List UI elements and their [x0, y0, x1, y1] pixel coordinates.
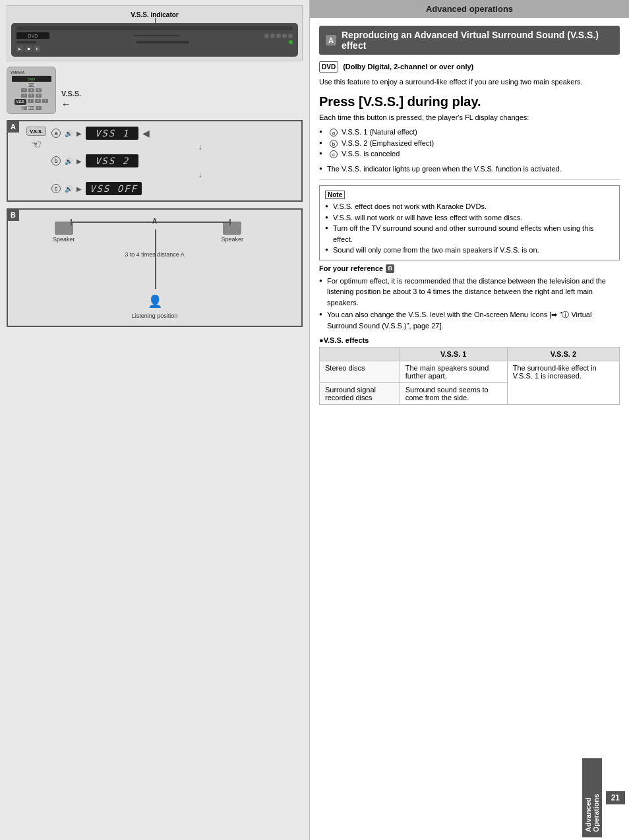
- arrow-indicator: ←: [61, 99, 71, 109]
- arrow-down-2: ↓: [104, 170, 296, 179]
- display-row-b: b 🔊 ▶ VSS 2: [51, 154, 296, 167]
- arrow-c: ▶: [76, 185, 82, 193]
- remote-btn-9[interactable]: 9: [42, 99, 48, 103]
- device-display: DVD: [16, 32, 49, 39]
- table-cell-surround-vss1: Surround sound seems to come from the si…: [400, 383, 507, 405]
- side-tab: Advanced Operations: [582, 758, 602, 837]
- section-title-box: A Reproducing an Advanced Virtual Surrou…: [319, 26, 620, 55]
- speaker-box-right: [223, 222, 241, 235]
- for-your-ref: For your reference B: [319, 264, 620, 273]
- vss-hand-area: V.S.S. ☞: [26, 127, 46, 152]
- remote-area: YAMAHA DVD REPEAT 1 2 3 4 5 6 V.S.S. 7 8…: [7, 67, 303, 114]
- right-panel: Advanced operations A Reproducing an Adv…: [310, 0, 629, 840]
- section-title-text: Reproducing an Advanced Virtual Surround…: [342, 30, 613, 51]
- note-box: Note V.S.S. effect does not work with Ka…: [319, 185, 620, 260]
- table-cell-surround-label: Surround signal recorded discs: [320, 383, 400, 405]
- table-header-vss2: V.S.S. 2: [507, 347, 619, 361]
- note-list: V.S.S. effect does not work with Karaoke…: [325, 201, 614, 256]
- dvd-line: DVD (Dolby Digital, 2-channel or over on…: [319, 61, 620, 73]
- hand-icon: ☞: [31, 137, 42, 152]
- distance-label: 3 to 4 times distance A: [125, 251, 185, 258]
- bracket-right: [229, 219, 231, 225]
- table-cell-stereo-vss1: The main speakers sound further apart.: [400, 361, 507, 383]
- section-title-badge: A: [326, 35, 336, 45]
- circle-label-c: c: [51, 184, 61, 193]
- listening-position-label: Listening position: [132, 313, 178, 319]
- remote-btn-6[interactable]: 6: [36, 94, 42, 98]
- table-cell-vss2-combined: The surround-like effect in V.S.S. 1 is …: [507, 361, 619, 405]
- speaker-icon-c: 🔊: [65, 185, 73, 193]
- circle-c: c: [330, 150, 338, 158]
- section-b-box: B Speaker Speaker A 3 to 4 times distanc…: [7, 208, 303, 327]
- note-label: Note: [325, 191, 345, 199]
- display-row-a: a 🔊 ▶ VSS 1 ◀: [51, 127, 296, 140]
- effects-table: V.S.S. 1 V.S.S. 2 Stereo discs The main …: [319, 347, 620, 405]
- fl-display-a: VSS 1: [86, 127, 138, 140]
- speaker-label-left: Speaker: [53, 236, 75, 243]
- remote-btn-4[interactable]: 4: [21, 94, 27, 98]
- ref-bullet-2: You can also change the V.S.S. level wit…: [319, 309, 620, 331]
- vertical-line: [155, 229, 156, 289]
- table-header-col1: [320, 347, 400, 361]
- bracket-left: [71, 219, 72, 225]
- dvd-badge: DVD: [319, 61, 338, 73]
- remote-btn-3[interactable]: 3: [36, 88, 42, 92]
- remote-btn-0[interactable]: 0: [36, 106, 42, 110]
- device-illustration: V.S.S. indicator DVD ▶ ⏹ ⏸: [7, 5, 303, 61]
- note-2: V.S.S. will not work or will have less e…: [325, 212, 614, 224]
- vss-effects-title: ●V.S.S. effects: [319, 336, 620, 344]
- circle-label-b: b: [51, 156, 61, 165]
- remote-btn-5[interactable]: 5: [28, 94, 34, 98]
- section-a-badge: A: [7, 121, 19, 133]
- table-cell-stereo-label: Stereo discs: [320, 361, 400, 383]
- vss-button-box[interactable]: V.S.S.: [26, 127, 46, 136]
- remote-btn-7[interactable]: 7: [28, 99, 34, 103]
- remote-brand: YAMAHA: [11, 71, 24, 75]
- note-4: Sound will only come from the two main s…: [325, 245, 614, 256]
- circle-a: a: [330, 129, 338, 136]
- remote-btn-1[interactable]: 1: [21, 88, 27, 92]
- remote-btn-8[interactable]: 8: [35, 99, 41, 103]
- green-bullet-1: The V.S.S. indicator lights up green whe…: [319, 164, 620, 175]
- table-header-vss1: V.S.S. 1: [400, 347, 507, 361]
- speaker-diagram: Speaker Speaker A 3 to 4 times distance …: [13, 215, 296, 320]
- divider-1: [319, 179, 620, 180]
- speaker-label-right: Speaker: [221, 236, 243, 243]
- press-title: Press [V.S.S.] during play.: [319, 94, 620, 109]
- fl-display-b: VSS 2: [86, 154, 138, 167]
- speaker-icon-b: 🔊: [65, 158, 73, 165]
- speaker-icon-a: 🔊: [65, 130, 73, 137]
- remote-btn-cancel[interactable]: CANCEL: [28, 106, 34, 110]
- speaker-right: Speaker: [221, 222, 243, 243]
- display-row-c: c 🔊 ▶ VSS OFF: [51, 182, 296, 195]
- bracket-a-label: A: [152, 218, 157, 225]
- right-content: A Reproducing an Advanced Virtual Surrou…: [310, 18, 629, 756]
- remote-btn-2[interactable]: 2: [28, 88, 34, 92]
- dvd-desc: Use this feature to enjoy a surround-lik…: [319, 76, 620, 88]
- note-1: V.S.S. effect does not work with Karaoke…: [325, 201, 614, 212]
- remote-control: YAMAHA DVD REPEAT 1 2 3 4 5 6 V.S.S. 7 8…: [7, 67, 56, 114]
- right-arrow-a: ◀: [142, 128, 150, 138]
- arrow-b: ▶: [76, 158, 82, 165]
- section-a-inner: V.S.S. ☞ a 🔊 ▶ VSS 1 ◀ ↓ b 🔊: [13, 127, 296, 195]
- ref-bullet-1: For optimum effect, it is recommended th…: [319, 276, 620, 309]
- device-unit: DVD ▶ ⏹ ⏸: [11, 23, 298, 57]
- vss-button[interactable]: V.S.S.: [15, 99, 26, 105]
- press-desc: Each time this button is pressed, the pl…: [319, 112, 620, 123]
- section-a-box: A V.S.S. ☞ a 🔊 ▶ VSS 1 ◀ ↓: [7, 120, 303, 202]
- fl-display-c: VSS OFF: [86, 182, 142, 195]
- page-number: 21: [606, 791, 625, 804]
- vss-side-label-area: V.S.S. ←: [61, 90, 81, 109]
- remote-display: DVD: [12, 76, 51, 82]
- arrow-down-1: ↓: [104, 142, 296, 152]
- for-your-ref-text: For your reference: [319, 264, 383, 272]
- ref-badge: B: [386, 264, 394, 273]
- vss-btn-label: V.S.S.: [30, 129, 42, 134]
- remote-btn[interactable]: REPEAT: [28, 83, 34, 87]
- bottom-bar: Advanced Operations 21: [310, 756, 629, 840]
- bracket-line: [71, 222, 230, 223]
- circle-label-a: a: [51, 129, 61, 138]
- display-sequence: a 🔊 ▶ VSS 1 ◀ ↓ b 🔊 ▶ VSS 2 ↓ c: [51, 127, 296, 195]
- table-row-stereo: Stereo discs The main speakers sound fur…: [320, 361, 620, 383]
- ref-bullets: For optimum effect, it is recommended th…: [319, 276, 620, 332]
